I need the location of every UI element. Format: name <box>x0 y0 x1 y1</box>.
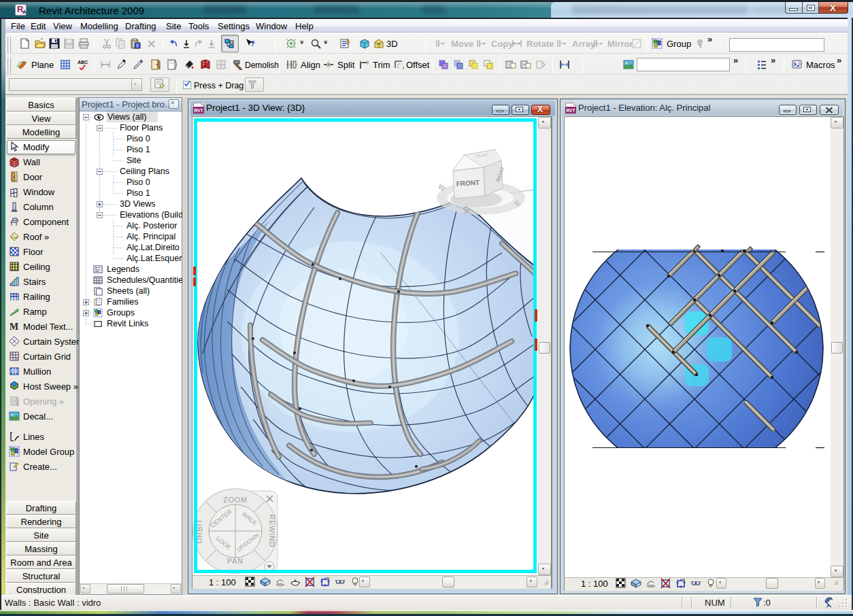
svg-text:?: ? <box>250 39 255 48</box>
svg-text:M: M <box>10 322 18 332</box>
svg-text:ABC: ABC <box>78 60 88 65</box>
